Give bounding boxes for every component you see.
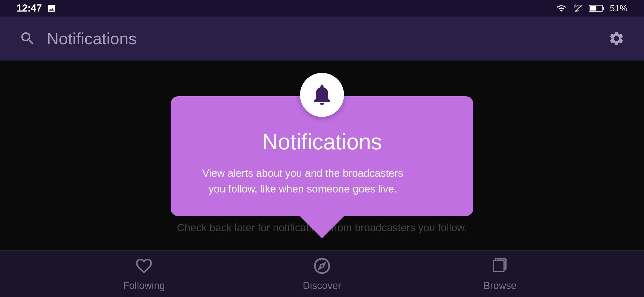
header-bar: Notifications <box>0 16 644 61</box>
nav-item-following[interactable]: Following <box>103 256 185 292</box>
battery-icon <box>589 4 604 13</box>
bell-icon <box>310 82 334 107</box>
nav-item-browse[interactable]: Browse <box>459 256 541 292</box>
bottom-nav: Following Discover Browse <box>0 250 644 297</box>
photo-icon <box>47 4 56 13</box>
status-time: 12:47 <box>17 2 42 14</box>
browse-icon <box>490 256 510 276</box>
svg-rect-2 <box>590 6 596 11</box>
nav-label-following: Following <box>123 280 165 292</box>
bell-circle <box>300 73 344 117</box>
nav-label-discover: Discover <box>303 280 341 292</box>
settings-icon[interactable] <box>608 30 625 47</box>
notification-card-wrapper: Notifications View alerts about you and … <box>171 73 473 216</box>
status-right: 51% <box>556 3 627 13</box>
compass-icon <box>312 256 332 276</box>
heart-icon <box>134 256 154 276</box>
svg-rect-4 <box>493 260 504 271</box>
status-left: 12:47 <box>17 2 56 14</box>
card-description: View alerts about you and the broadcaste… <box>193 166 413 197</box>
card-title: Notifications <box>193 129 451 155</box>
header-left: Notifications <box>19 29 137 48</box>
search-icon[interactable] <box>19 30 36 47</box>
status-bar: 12:47 51% <box>0 0 644 16</box>
svg-rect-1 <box>603 7 604 10</box>
main-content: Check back later for notifications from … <box>0 61 644 250</box>
wifi-icon <box>556 3 567 13</box>
nav-label-browse: Browse <box>484 280 517 292</box>
signal-icon <box>572 3 583 13</box>
battery-percent: 51% <box>610 3 627 13</box>
nav-item-discover[interactable]: Discover <box>281 256 363 292</box>
page-title: Notifications <box>47 29 137 48</box>
